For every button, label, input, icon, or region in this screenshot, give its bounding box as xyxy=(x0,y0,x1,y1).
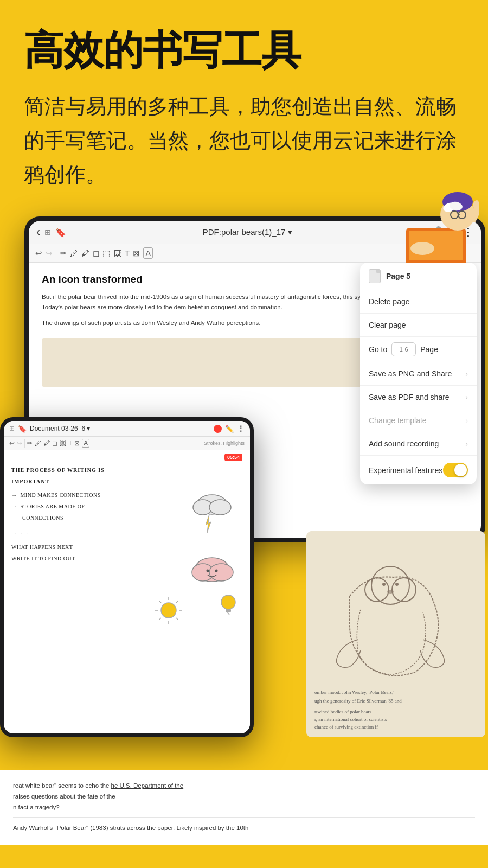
save-pdf-label: Save as PDF and share xyxy=(369,393,450,401)
menu-item-experimental[interactable]: Experimental features xyxy=(360,456,477,484)
toolbar-title: PDF:polar bears(1)_17 ▾ xyxy=(70,227,424,237)
menu-item-change-template[interactable]: Change template › xyxy=(360,409,477,432)
s-eraser[interactable]: ◻ xyxy=(52,439,57,447)
svg-marker-15 xyxy=(206,514,211,533)
eraser-tool[interactable]: ◻ xyxy=(93,248,99,258)
second-title: Document 03-26_6 ▾ xyxy=(30,425,90,432)
experimental-label: Experimental features xyxy=(369,466,442,475)
bear-sketch-svg: omber mood. John Wesley, 'Polar Bears,' … xyxy=(306,531,485,737)
font-tool[interactable]: A xyxy=(143,247,153,259)
s-pencil[interactable]: ✏ xyxy=(27,439,33,447)
us-dept-link[interactable]: he U.S. Department of the xyxy=(111,782,184,789)
svg-text:omber mood. John Wesley, 'Pola: omber mood. John Wesley, 'Polar Bears,' xyxy=(314,690,394,695)
svg-text:r, an international cohort of : r, an international cohort of scientists xyxy=(314,717,387,722)
second-pen-icon[interactable]: ✏️ xyxy=(225,425,234,433)
svg-point-39 xyxy=(387,590,394,594)
svg-line-27 xyxy=(176,601,178,603)
redo-icon[interactable]: ↪ xyxy=(46,248,53,258)
goto-label: Go to xyxy=(369,345,387,354)
add-sound-label: Add sound recording xyxy=(369,439,439,448)
s-undo[interactable]: ↩ xyxy=(9,439,15,447)
svg-point-14 xyxy=(209,500,231,515)
menu-item-add-sound[interactable]: Add sound recording › xyxy=(360,432,477,456)
change-template-label: Change template xyxy=(369,416,427,425)
context-menu: Page 5 Delete page Clear page Go to xyxy=(360,263,477,484)
page-icon xyxy=(369,269,381,283)
svg-text:ugh the generosity of Eric Sil: ugh the generosity of Eric Silverman '85… xyxy=(314,698,402,704)
change-template-chevron: › xyxy=(465,416,468,425)
save-pdf-chevron: › xyxy=(465,393,468,401)
second-record-btn[interactable] xyxy=(214,425,222,433)
s-sep xyxy=(24,439,25,448)
menu-item-delete[interactable]: Delete page xyxy=(360,290,477,314)
svg-point-21 xyxy=(161,603,176,618)
svg-point-20 xyxy=(215,570,218,572)
second-bookmark-icon[interactable]: 🔖 xyxy=(18,425,27,433)
menu-item-save-pdf[interactable]: Save as PDF and share › xyxy=(360,386,477,409)
s-pen[interactable]: 🖊 xyxy=(35,439,41,447)
svg-text:chance of surviving extinction: chance of surviving extinction if xyxy=(314,724,378,730)
s-redo[interactable]: ↪ xyxy=(17,439,22,447)
svg-line-29 xyxy=(176,618,178,620)
svg-rect-31 xyxy=(226,609,231,612)
save-png-chevron: › xyxy=(465,369,468,378)
s-font[interactable]: A xyxy=(82,439,89,448)
page-suffix: Page xyxy=(420,345,438,354)
strokes-label: Strokes, Highlights xyxy=(204,441,245,446)
second-tablet-screen: ⊞ 🔖 Document 03-26_6 ▾ ✏️ ⋮ ↩ ↪ ✏ 🖊 🖍 ◻ xyxy=(4,421,250,733)
svg-line-26 xyxy=(159,601,161,603)
add-sound-chevron: › xyxy=(465,439,468,448)
goto-input[interactable] xyxy=(391,342,416,356)
bear-sketch-area: omber mood. John Wesley, 'Polar Bears,' … xyxy=(306,531,485,737)
raises-questions-text: raises questions about the fate of the xyxy=(13,793,115,800)
tablets-area: ‹ ⊞ 🔖 PDF:polar bears(1)_17 ▾ 🎤 ✏️ ⋮ ↩ ↪… xyxy=(0,216,488,770)
menu-page-title: Page 5 xyxy=(386,272,410,280)
shape-tool[interactable]: ⊠ xyxy=(133,248,140,258)
pen-tool[interactable]: 🖊 xyxy=(70,248,78,258)
s-image[interactable]: 🖼 xyxy=(60,439,66,447)
s-marker[interactable]: 🖍 xyxy=(43,439,50,447)
menu-item-goto[interactable]: Go to Page xyxy=(360,337,477,362)
second-more-icon[interactable]: ⋮ xyxy=(237,424,245,433)
menu-header: Page 5 xyxy=(360,263,477,290)
tragedy-text: n fact a tragedy? xyxy=(13,804,60,810)
svg-rect-33 xyxy=(306,531,485,737)
toggle-knob xyxy=(454,464,467,476)
doodles-svg xyxy=(155,456,247,640)
image-tool[interactable]: 🖼 xyxy=(113,248,121,258)
lasso-tool[interactable]: ⬚ xyxy=(102,248,110,258)
undo-icon[interactable]: ↩ xyxy=(35,248,42,258)
save-png-label: Save as PNG and Share xyxy=(369,369,452,378)
svg-point-38 xyxy=(395,583,399,586)
second-drawing-toolbar: ↩ ↪ ✏ 🖊 🖍 ◻ 🖼 T ⊠ A Strokes, Highlights xyxy=(4,437,250,450)
draw-separator-1 xyxy=(56,248,56,258)
second-grid-icon[interactable]: ⊞ xyxy=(9,425,15,432)
second-top-toolbar: ⊞ 🔖 Document 03-26_6 ▾ ✏️ ⋮ xyxy=(4,421,250,437)
delete-page-label: Delete page xyxy=(369,297,410,306)
second-content: 05:54 THE PROCESS OF WRITING IS IMPORTAN… xyxy=(4,450,250,733)
experimental-toggle[interactable] xyxy=(443,463,468,477)
bookmark-icon[interactable]: 🔖 xyxy=(55,227,66,238)
svg-point-19 xyxy=(207,570,209,572)
clear-page-label: Clear page xyxy=(369,321,406,329)
page-container: 高效的书写工具 简洁与易用的多种工具，助您创造出自然、流畅的手写笔记。当然，您也… xyxy=(0,0,488,868)
warhol-text: Andy Warhol's "Polar Bear" (1983) struts… xyxy=(13,825,248,831)
back-button[interactable]: ‹ xyxy=(36,225,40,239)
menu-item-save-png[interactable]: Save as PNG and Share › xyxy=(360,362,477,386)
s-text[interactable]: T xyxy=(68,439,72,447)
marker-tool[interactable]: 🖍 xyxy=(81,248,89,258)
footer-text-block-1: reat white bear" seems to echo the he U.… xyxy=(13,781,475,813)
footer-area: reat white bear" seems to echo the he U.… xyxy=(0,770,488,844)
svg-text:rtwined bodies of polar bears: rtwined bodies of polar bears xyxy=(314,709,371,714)
footer-text-block-2: Andy Warhol's "Polar Bear" (1983) struts… xyxy=(13,817,475,834)
text-tool[interactable]: T xyxy=(125,248,130,258)
svg-line-32 xyxy=(227,612,229,615)
svg-point-9 xyxy=(410,242,434,255)
pencil-tool[interactable]: ✏ xyxy=(60,248,67,258)
svg-point-37 xyxy=(382,583,386,586)
s-shape[interactable]: ⊠ xyxy=(74,439,80,447)
svg-point-30 xyxy=(221,595,235,609)
menu-item-clear[interactable]: Clear page xyxy=(360,314,477,337)
svg-point-18 xyxy=(209,564,233,581)
grid-icon-1[interactable]: ⊞ xyxy=(44,228,51,237)
